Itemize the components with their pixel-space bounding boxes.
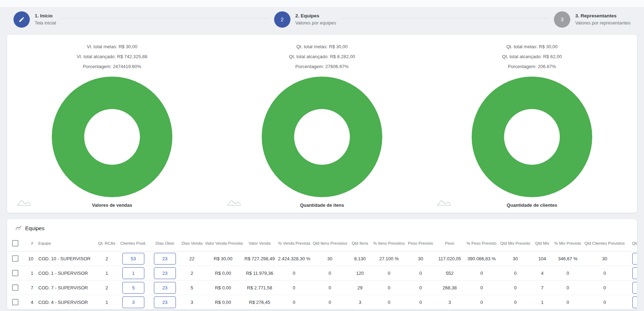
- qtd_clientes-input[interactable]: 1: [632, 267, 637, 279]
- step-inicio[interactable]: 1. Início Tela inicial: [13, 11, 56, 28]
- row-checkbox[interactable]: [12, 255, 18, 262]
- cell-num: 1: [23, 266, 35, 281]
- cell-qtd_mix: 7: [532, 281, 553, 295]
- qtd_clientes-input[interactable]: 5: [632, 282, 637, 294]
- stat-porcentagem: Porcentagem: 2474419.60%: [83, 62, 141, 72]
- cell-qtd_itens: 29: [348, 281, 372, 295]
- cell-pct_itens_previstos: 27.100 %: [372, 251, 406, 266]
- step-3-circle[interactable]: 3: [554, 11, 570, 28]
- row-checkbox[interactable]: [12, 299, 18, 305]
- col-num[interactable]: #: [23, 235, 35, 251]
- row-checkbox[interactable]: [12, 284, 18, 291]
- cell-qtd_itens_previstos: 0: [311, 295, 348, 310]
- cell-qtd_itens: 8.130: [348, 251, 372, 266]
- qtd_clientes-input[interactable]: 53: [632, 253, 637, 265]
- cell-qtd_clientes_previstos: 0: [583, 295, 626, 310]
- step-1-circle[interactable]: [13, 11, 30, 28]
- select-all-header: [7, 235, 23, 251]
- cell-clientes_posit: 1: [117, 266, 150, 281]
- col-peso_previsto[interactable]: Peso Previsto: [406, 235, 435, 251]
- cell-pct_peso_previsto: 390.066,83 %: [465, 251, 499, 266]
- step-2-title: 2. Equipes: [295, 13, 336, 19]
- cell-num: 4: [23, 295, 35, 310]
- cell-peso: 3: [435, 295, 465, 310]
- cell-valor_venda: R$ 11.979,36: [243, 266, 277, 281]
- cell-qtd_itens: 3: [348, 295, 372, 310]
- step-3-subtitle: Valores por representantes: [575, 20, 631, 26]
- cell-clientes_posit: 5: [117, 281, 150, 295]
- cell-num: 7: [23, 281, 35, 295]
- dias_uteis-input[interactable]: 23: [154, 267, 176, 279]
- col-pct_itens_previstos[interactable]: % Itens Previstos: [372, 235, 406, 251]
- donut-chart-clientes: [472, 77, 592, 197]
- col-qtd_clientes[interactable]: Qtd Clientes: [626, 235, 637, 251]
- donut-chart-itens: [262, 77, 382, 197]
- select-all-checkbox[interactable]: [12, 240, 18, 246]
- col-dias_uteis[interactable]: Dias Úteis: [150, 235, 180, 251]
- cell-qtd_itens_previstos: 0: [311, 281, 348, 295]
- col-pct_mix_previsto[interactable]: % Mix Previsto: [553, 235, 583, 251]
- cell-qtd_itens_previstos: 0: [311, 266, 348, 281]
- table-row: 7COD. 7 - SUPERVISOR25235R$ 0,00R$ 2.771…: [7, 281, 637, 295]
- stat-porcentagem: Porcentagem: 206.67%: [508, 62, 556, 72]
- cell-qt_rcas: 1: [96, 295, 117, 310]
- step-equipes[interactable]: 2 2. Equipes Valores por equipes: [274, 11, 336, 28]
- clientes_posit-input[interactable]: 53: [122, 253, 144, 265]
- cell-pct_venda_prevista: 0: [277, 295, 311, 310]
- dias_uteis-input[interactable]: 23: [154, 282, 176, 294]
- clientes_posit-input[interactable]: 5: [122, 282, 144, 294]
- col-qtd_itens[interactable]: Qtd Itens: [348, 235, 372, 251]
- col-peso[interactable]: Peso: [435, 235, 465, 251]
- cell-pct_mix_previsto: 0: [553, 281, 583, 295]
- cell-peso: 552: [435, 266, 465, 281]
- col-valor_venda[interactable]: Valor Venda: [243, 235, 277, 251]
- sparkline-icon: [436, 199, 456, 206]
- chart-quantidade-clientes: Qt. total metas: R$ 30,00 Qt. total alca…: [427, 42, 637, 208]
- cell-qtd_clientes_previstos: 30: [583, 251, 626, 266]
- col-pct_peso_previsto[interactable]: % Peso Previsto: [465, 235, 499, 251]
- cell-qtd_mix: 4: [532, 266, 553, 281]
- cell-valor_venda: R$ 2.771,58: [243, 281, 277, 295]
- cell-peso_previsto: 0: [406, 295, 435, 310]
- row-checkbox[interactable]: [12, 270, 18, 276]
- col-equipe[interactable]: Equipe: [35, 235, 96, 251]
- cell-pct_peso_previsto: 0: [465, 295, 499, 310]
- col-pct_venda_prevista[interactable]: % Venda Prevista: [277, 235, 311, 251]
- cell-peso_previsto: 0: [406, 266, 435, 281]
- cell-equipe: COD. 10 - SUPERVISOR: [35, 251, 96, 266]
- col-valor_venda_prevista[interactable]: Valor Venda Prevista: [204, 235, 243, 251]
- dias_uteis-input[interactable]: 23: [154, 296, 176, 308]
- table-header-row: #EquipeQt. RCAsClientes Posit.Dias Úteis…: [7, 235, 637, 251]
- cell-num: 10: [23, 251, 35, 266]
- col-dias_venda[interactable]: Dias Venda: [180, 235, 204, 251]
- cell-equipe: COD. 4 - SUPERVISOR: [35, 295, 96, 310]
- cell-valor_venda_prevista: R$ 0,00: [204, 281, 243, 295]
- col-qtd_mix_previsto[interactable]: Qtd Mix Previsto: [499, 235, 532, 251]
- cell-dias_uteis: 23: [150, 266, 180, 281]
- col-qtd_clientes_previstos[interactable]: Qtd Clientes Previstos: [583, 235, 626, 251]
- pencil-edit-icon: [18, 16, 25, 23]
- cell-dias_uteis: 23: [150, 281, 180, 295]
- step-2-circle[interactable]: 2: [274, 11, 290, 28]
- sparkline-icon: [226, 199, 246, 206]
- chart-valores-vendas: Vl. total metas: R$ 30,00 Vl. total alca…: [7, 42, 217, 208]
- clientes_posit-input[interactable]: 1: [122, 267, 144, 279]
- col-qtd_mix[interactable]: Qtd Mix: [532, 235, 553, 251]
- cell-qtd_clientes_previstos: 0: [583, 281, 626, 295]
- clientes_posit-input[interactable]: 3: [122, 296, 144, 308]
- cell-pct_venda_prevista: 0: [277, 281, 311, 295]
- step-2-subtitle: Valores por equipes: [295, 20, 336, 26]
- step-representantes[interactable]: 3 3. Representantes Valores por represen…: [554, 11, 631, 28]
- stat-total-metas: Qt. total metas: R$ 30,00: [506, 42, 558, 52]
- qtd_clientes-input[interactable]: 3: [632, 296, 637, 308]
- equipes-table: #EquipeQt. RCAsClientes Posit.Dias Úteis…: [7, 235, 637, 310]
- chart-quantidade-itens: Qt. total metas: R$ 30,00 Qt. total alca…: [217, 42, 427, 208]
- col-qtd_itens_previstos[interactable]: Qtd Itens Previstos: [311, 235, 348, 251]
- cell-pct_peso_previsto: 0: [465, 266, 499, 281]
- col-qt_rcas[interactable]: Qt. RCAs: [96, 235, 117, 251]
- col-clientes_posit[interactable]: Clientes Posit.: [117, 235, 150, 251]
- stat-total-alcancado: Qt. total alcançado: R$ 8.282,00: [289, 52, 355, 62]
- dias_uteis-input[interactable]: 23: [154, 253, 176, 265]
- step-connector: [61, 18, 269, 18]
- table-row: 10COD. 10 - SUPERVISOR2532322R$ 30,00R$ …: [7, 251, 637, 266]
